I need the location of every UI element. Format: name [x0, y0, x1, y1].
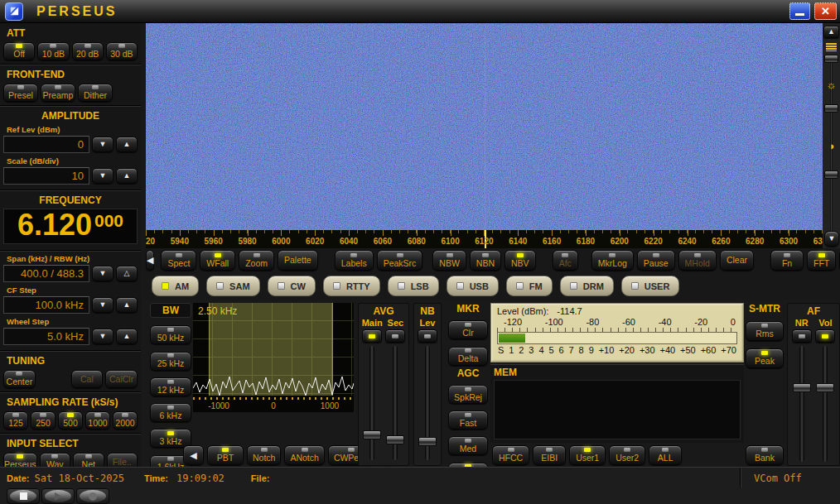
- avg-main-toggle[interactable]: [362, 329, 382, 343]
- calclr-button[interactable]: CalClr: [105, 370, 138, 388]
- palette-button[interactable]: Palette: [278, 250, 318, 271]
- bw-25khz-button[interactable]: 25 kHz: [150, 352, 191, 371]
- smtr-peak-button[interactable]: Peak: [746, 348, 784, 368]
- bw-50khz-button[interactable]: 50 kHz: [150, 325, 191, 344]
- play-button[interactable]: [41, 488, 75, 504]
- avg-main-slider[interactable]: [363, 346, 381, 460]
- span-up-button[interactable]: △: [116, 266, 138, 281]
- mode-cw-button[interactable]: CW: [268, 276, 316, 296]
- wfall-button[interactable]: WFall: [200, 250, 235, 271]
- palette-slider-handle[interactable]: [824, 55, 838, 63]
- zoom-button[interactable]: Zoom: [239, 250, 274, 271]
- af-nr-toggle[interactable]: [792, 329, 812, 343]
- att-30db-button[interactable]: 30 dB: [106, 42, 138, 60]
- tuning-center-button[interactable]: Center: [3, 370, 36, 388]
- att-10db-button[interactable]: 10 dB: [37, 42, 69, 60]
- mode-lsb-button[interactable]: LSB: [388, 276, 439, 296]
- rate-125-button[interactable]: 125: [3, 411, 28, 430]
- smtr-rms-button[interactable]: Rms: [746, 321, 784, 341]
- scale-down-button[interactable]: ▼: [92, 168, 113, 184]
- span-field[interactable]: 400.0 / 488.3: [3, 265, 89, 282]
- agc-spkrej-button[interactable]: SpkRej: [448, 385, 488, 404]
- af-vol-toggle[interactable]: [815, 329, 835, 343]
- stop-button[interactable]: [7, 488, 40, 504]
- slider-handle[interactable]: [363, 430, 381, 439]
- frequency-scale[interactable]: 2059405960 598060006020 604060606080 610…: [146, 230, 823, 248]
- cal-button[interactable]: Cal: [71, 370, 104, 388]
- fn-button[interactable]: Fn: [770, 250, 804, 271]
- scroll-up-button[interactable]: ▲: [823, 26, 839, 38]
- cf-step-field[interactable]: 100.0 kHz: [3, 296, 89, 314]
- spect-button[interactable]: Spect: [161, 250, 196, 271]
- passband-display[interactable]: 2.50 kHz -1000 0 1000: [193, 303, 354, 412]
- mode-user-button[interactable]: USER: [621, 276, 680, 296]
- wheel-step-up-button[interactable]: ▲: [116, 329, 138, 344]
- pbt-button[interactable]: PBT: [207, 445, 244, 465]
- ref-lev-up-button[interactable]: ▲: [116, 137, 138, 152]
- dither-button[interactable]: Dither: [78, 84, 113, 102]
- minimize-button[interactable]: [789, 2, 810, 20]
- mkr-delta-button[interactable]: Delta: [448, 347, 488, 366]
- nb-lev-slider[interactable]: [418, 346, 437, 460]
- mode-rtty-button[interactable]: RTTY: [323, 276, 380, 296]
- record-button[interactable]: [76, 488, 109, 504]
- rate-500-button[interactable]: 500: [58, 411, 83, 430]
- afc-button[interactable]: Afc: [553, 250, 578, 271]
- brightness-slider-handle[interactable]: [824, 104, 838, 113]
- slider-handle[interactable]: [418, 437, 437, 446]
- cf-step-up-button[interactable]: ▲: [116, 297, 138, 313]
- span-down-button[interactable]: ▼: [92, 266, 113, 281]
- mode-usb-button[interactable]: USB: [447, 276, 499, 296]
- slider-handle[interactable]: [793, 383, 811, 392]
- anotch-button[interactable]: ANotch: [284, 445, 324, 465]
- hfcc-button[interactable]: HFCC: [492, 445, 529, 465]
- all-button[interactable]: ALL: [649, 445, 682, 465]
- att-20db-button[interactable]: 20 dB: [72, 42, 104, 60]
- ref-lev-field[interactable]: 0: [3, 136, 89, 153]
- mode-fm-button[interactable]: FM: [506, 276, 553, 296]
- agc-med-button[interactable]: Med: [448, 436, 488, 455]
- mode-am-button[interactable]: AM: [152, 276, 199, 296]
- nb-lev-toggle[interactable]: [418, 329, 437, 343]
- bank-button[interactable]: Bank: [746, 445, 784, 465]
- mhold-button[interactable]: MHold: [678, 250, 717, 271]
- nbv-button[interactable]: NBV: [504, 250, 536, 271]
- avg-sec-slider[interactable]: [386, 346, 404, 460]
- bw-12khz-button[interactable]: 12 kHz: [150, 377, 191, 396]
- pause-button[interactable]: Pause: [637, 250, 675, 271]
- preamp-button[interactable]: Preamp: [41, 84, 75, 102]
- nbw-button[interactable]: NBW: [432, 250, 466, 271]
- rate-2000-button[interactable]: 2000: [113, 411, 138, 430]
- notch-button[interactable]: Notch: [247, 445, 281, 465]
- af-nr-slider[interactable]: [793, 346, 811, 462]
- agc-fast-button[interactable]: Fast: [448, 410, 488, 430]
- close-button[interactable]: ✕: [814, 2, 837, 20]
- frequency-display[interactable]: 6.120 000: [3, 209, 138, 244]
- scale-field[interactable]: 10: [3, 167, 89, 185]
- scale-scroll-down-button[interactable]: ▼: [824, 231, 839, 247]
- scale-up-button[interactable]: ▲: [116, 168, 138, 184]
- user1-button[interactable]: User1: [569, 445, 606, 465]
- ref-lev-down-button[interactable]: ▼: [92, 137, 113, 152]
- avg-sec-toggle[interactable]: [385, 329, 405, 343]
- labels-button[interactable]: Labels: [335, 250, 374, 271]
- eibi-button[interactable]: EIBI: [533, 445, 566, 465]
- af-vol-slider[interactable]: [816, 346, 834, 462]
- toolbar-back-button[interactable]: ◀: [146, 250, 154, 271]
- mode-drm-button[interactable]: DRM: [560, 276, 614, 296]
- mkrlog-button[interactable]: MkrLog: [591, 250, 634, 271]
- filter-back-button[interactable]: ◀: [183, 445, 204, 465]
- memory-list[interactable]: [494, 380, 741, 439]
- slider-handle[interactable]: [816, 383, 834, 392]
- mkr-clr-button[interactable]: Clr: [448, 320, 488, 339]
- att-off-button[interactable]: Off: [3, 42, 35, 60]
- cf-step-down-button[interactable]: ▼: [92, 297, 113, 313]
- rate-250-button[interactable]: 250: [31, 411, 56, 430]
- mode-sam-button[interactable]: SAM: [206, 276, 259, 296]
- peaksrc-button[interactable]: PeakSrc: [377, 250, 423, 271]
- slider-handle[interactable]: [386, 435, 404, 444]
- fft-button[interactable]: FFT: [807, 250, 836, 271]
- bw-6khz-button[interactable]: 6 kHz: [150, 403, 191, 422]
- contrast-slider-handle[interactable]: [824, 170, 838, 179]
- waterfall-display[interactable]: [146, 23, 823, 230]
